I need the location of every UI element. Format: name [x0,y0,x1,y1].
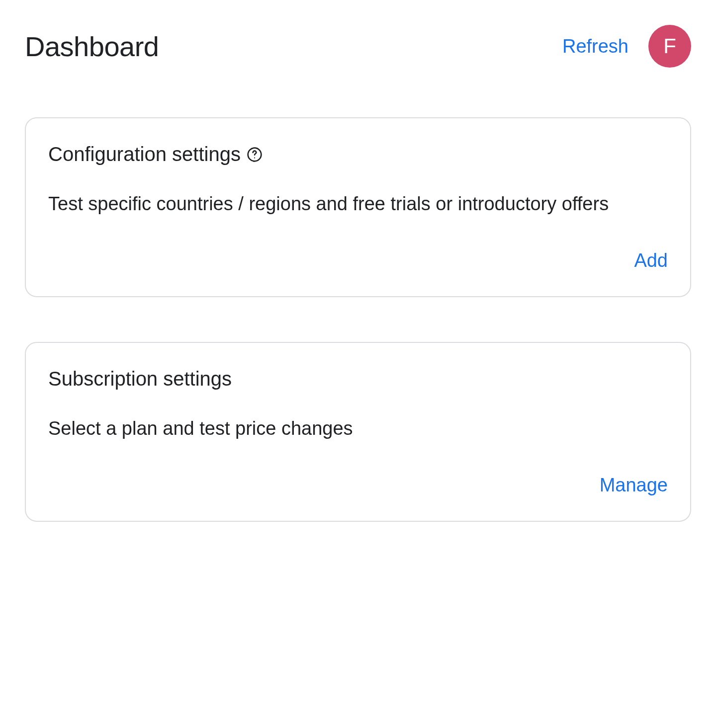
configuration-card-description: Test specific countries / regions and fr… [48,190,668,218]
manage-button[interactable]: Manage [600,470,668,501]
configuration-card-title: Configuration settings [48,143,241,165]
card-header: Subscription settings [48,368,668,390]
avatar-letter: F [663,34,676,58]
add-button[interactable]: Add [634,245,668,276]
card-header: Configuration settings [48,143,668,165]
subscription-settings-card: Subscription settings Select a plan and … [25,342,691,522]
page-title: Dashboard [25,30,159,63]
header-right: Refresh F [562,25,691,68]
refresh-button[interactable]: Refresh [562,36,628,57]
header: Dashboard Refresh F [25,25,691,68]
avatar[interactable]: F [648,25,691,68]
configuration-settings-card: Configuration settings Test specific cou… [25,117,691,297]
card-action-row: Add [48,245,668,276]
svg-point-1 [254,157,255,158]
subscription-card-title: Subscription settings [48,368,232,390]
subscription-card-description: Select a plan and test price changes [48,415,668,442]
help-icon[interactable] [247,147,263,162]
card-action-row: Manage [48,470,668,501]
